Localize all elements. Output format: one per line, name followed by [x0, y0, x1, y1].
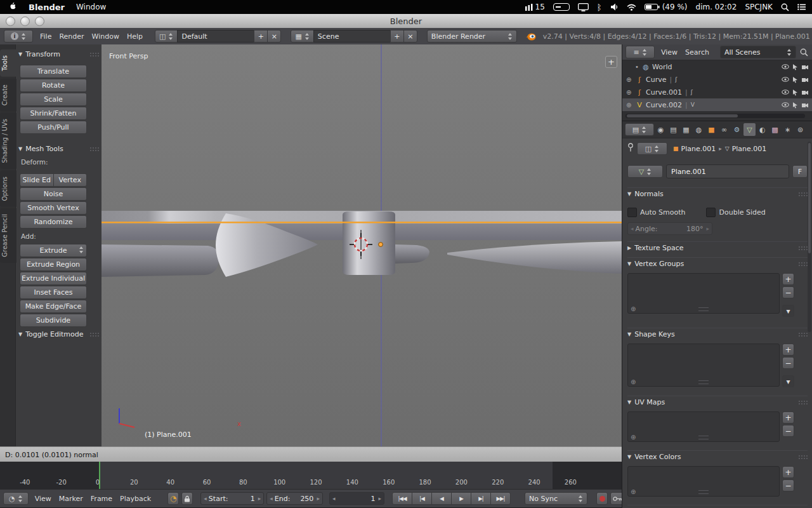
minimize-window-button[interactable]	[20, 17, 30, 26]
remove-uv-maps-button[interactable]: −	[782, 425, 794, 437]
spotlight-icon[interactable]	[781, 3, 789, 11]
outliner-item-curve-002[interactable]: ⊕VCurve.002|V	[622, 98, 812, 111]
remove-vertex-colors-button[interactable]: −	[782, 479, 794, 491]
scale-button[interactable]: Scale	[20, 93, 87, 106]
add-scene-button[interactable]: +	[390, 30, 404, 43]
frame-start-field[interactable]: ◂Start:1▸	[200, 492, 264, 505]
play-button[interactable]: ▶	[451, 492, 471, 505]
tab-world[interactable]: ◍	[693, 123, 705, 136]
apple-menu-icon[interactable]	[9, 1, 17, 13]
slide-ed-button[interactable]: Slide Ed	[20, 173, 54, 187]
outliner-item-curve[interactable]: ⊕ʃCurve|ʃ	[622, 73, 812, 86]
push-pull-button[interactable]: Push/Pull	[20, 121, 87, 134]
tab-physics[interactable]: ⊚	[794, 123, 806, 136]
current-frame-field[interactable]: ◂1▸	[329, 492, 384, 505]
rotate-button[interactable]: Rotate	[20, 79, 87, 92]
breadcrumb-item[interactable]: ▽Plane.001	[725, 145, 767, 153]
tool-shelf-tab-create[interactable]: Create	[0, 79, 16, 111]
outliner-display-mode-select[interactable]: All Scenes	[720, 46, 796, 58]
tab-constraints[interactable]: ∞	[718, 123, 730, 136]
renderability-camera-icon[interactable]	[801, 102, 809, 109]
decrement-icon[interactable]: ◂	[270, 495, 273, 502]
previous-keyframe-button[interactable]: |◀	[412, 492, 432, 505]
panel-drag-grip[interactable]	[798, 400, 808, 404]
jump-to-start-button[interactable]: |◀◀	[392, 492, 412, 505]
double-sided-checkbox[interactable]	[706, 208, 716, 217]
context-browse-button[interactable]: ◫	[637, 142, 667, 155]
increment-icon[interactable]: ▸	[378, 495, 381, 502]
outliner-view-menu[interactable]: View	[657, 48, 681, 57]
tool-shelf-tab-tools[interactable]: Tools	[0, 50, 16, 77]
vertex-colors-list[interactable]: ⊕	[627, 466, 780, 497]
properties-scrollbar[interactable]	[808, 142, 811, 332]
extrude-region-button[interactable]: Extrude Region	[20, 258, 87, 271]
tool-shelf-tab-options[interactable]: Options	[0, 171, 16, 207]
scrollbar-thumb[interactable]	[808, 143, 811, 253]
panel-drag-grip[interactable]	[798, 246, 808, 250]
auto-keyframe-button[interactable]	[596, 492, 608, 505]
panel-header-vertex-groups[interactable]: ▼Vertex Groups	[627, 257, 808, 269]
tab-material[interactable]: ◐	[756, 123, 768, 136]
tab-modifiers[interactable]: ⚙	[731, 123, 743, 136]
make-edge-face-button[interactable]: Make Edge/Face	[20, 300, 87, 313]
render-menu[interactable]: Render	[55, 32, 88, 41]
panel-header-mesh-tools[interactable]: ▼Mesh Tools	[18, 143, 99, 154]
remove-vertex-groups-button[interactable]: −	[782, 286, 794, 298]
close-window-button[interactable]	[6, 17, 15, 26]
auto-smooth-checkbox[interactable]	[627, 208, 637, 217]
list-resize-grip[interactable]	[698, 380, 709, 384]
shape-keys-list[interactable]: ⊕	[627, 344, 780, 387]
renderability-camera-icon[interactable]	[801, 64, 809, 70]
use-preview-range-button[interactable]: ◔	[167, 492, 179, 505]
datablock-name-field[interactable]: Plane.001	[666, 164, 789, 178]
add-screen-layout-button[interactable]: +	[254, 30, 268, 43]
list-filter-icon[interactable]: ⊕	[631, 434, 636, 441]
panel-header-normals[interactable]: ▼Normals	[627, 187, 808, 199]
panel-header-vertex-colors[interactable]: ▼Vertex Colors	[627, 450, 808, 462]
tab-render[interactable]: ◉	[655, 123, 667, 136]
panel-drag-grip[interactable]	[89, 52, 99, 57]
lock-time-button[interactable]	[181, 492, 193, 505]
panel-header-texture-space[interactable]: ▶Texture Space	[627, 241, 808, 253]
window-menu[interactable]: Window	[88, 32, 123, 41]
panel-header-geometry-data[interactable]: ▶Geometry Data	[627, 505, 808, 508]
outliner-item-world[interactable]: •◍World	[622, 60, 812, 73]
add-shape-keys-button[interactable]: +	[782, 344, 794, 356]
panel-drag-grip[interactable]	[89, 147, 99, 151]
expand-properties-region-button[interactable]: +	[605, 56, 617, 68]
smooth-vertex-button[interactable]: Smooth Vertex	[20, 201, 87, 215]
sync-mode-select[interactable]: No Sync	[525, 492, 587, 505]
breadcrumb-item[interactable]: ■Plane.001	[673, 145, 716, 153]
outliner-search-menu[interactable]: Search	[681, 48, 713, 57]
tab-object[interactable]: ■	[705, 123, 717, 136]
subdivide-button[interactable]: Subdivide	[20, 314, 87, 327]
expand-icon[interactable]: •	[635, 64, 641, 70]
timeline-view-menu[interactable]: View	[31, 495, 55, 503]
viewport-3d[interactable]: Front Persp (1) Plane.001 x +	[102, 44, 622, 446]
vertex-groups-list[interactable]: ⊕	[627, 273, 780, 314]
timeline-editor-type-button[interactable]: ◔	[3, 492, 29, 505]
visibility-eye-icon[interactable]	[782, 101, 789, 109]
visibility-eye-icon[interactable]	[782, 76, 789, 83]
selectability-arrow-icon[interactable]	[792, 89, 799, 96]
increment-icon[interactable]: ▸	[706, 225, 709, 232]
scene-name-field[interactable]: Scene	[313, 30, 391, 43]
list-resize-grip[interactable]	[698, 490, 709, 494]
inset-faces-button[interactable]: Inset Faces	[20, 286, 87, 299]
decrement-icon[interactable]: ◂	[332, 495, 336, 502]
jump-to-end-button[interactable]: ▶▶|	[490, 492, 511, 505]
notification-center-icon[interactable]	[797, 4, 806, 10]
wifi-icon[interactable]	[627, 4, 636, 11]
selectability-arrow-icon[interactable]	[792, 102, 799, 109]
list-resize-grip[interactable]	[698, 436, 709, 439]
panel-header-uv-maps[interactable]: ▼UV Maps	[627, 396, 808, 408]
timeline-ruler[interactable]: -40-200204060801001201401601802002202402…	[0, 462, 622, 489]
shape-keys-specials-menu-button[interactable]: ▾	[782, 375, 794, 387]
shrink-fatten-button[interactable]: Shrink/Fatten	[20, 107, 87, 120]
add-vertex-colors-button[interactable]: +	[782, 466, 794, 478]
panel-drag-grip[interactable]	[798, 455, 808, 459]
vertex-button[interactable]: Vertex	[53, 173, 88, 187]
pin-icon[interactable]	[627, 143, 634, 154]
panel-header-toggle-editmode[interactable]: ▼Toggle Editmode	[18, 328, 99, 340]
tab-particles[interactable]: ∗	[782, 123, 794, 136]
